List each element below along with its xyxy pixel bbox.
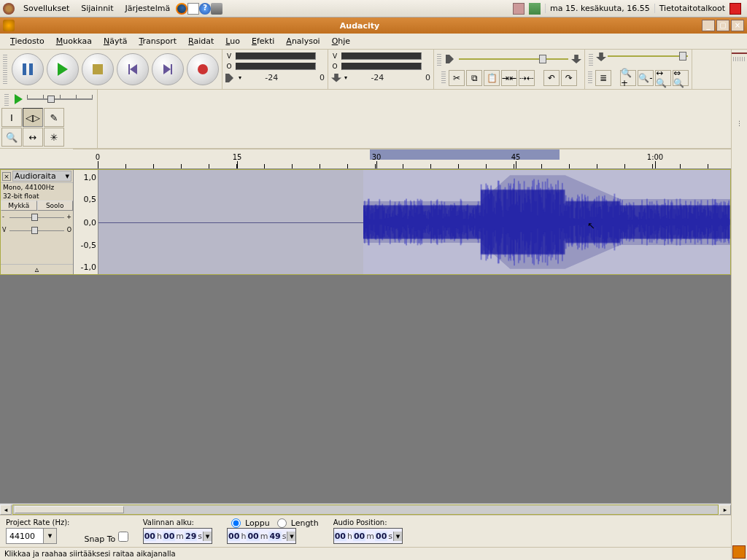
ruler-selection[interactable]	[370, 149, 560, 160]
zoom-in-button[interactable]: 🔍+	[620, 70, 636, 86]
scroll-right-button[interactable]: ▸	[719, 505, 731, 515]
gnome-menu-system[interactable]: Järjestelmä	[119, 2, 176, 15]
minimize-button[interactable]: _	[702, 20, 715, 31]
project-rate-input[interactable]	[6, 528, 44, 544]
network-icon[interactable]	[529, 3, 541, 15]
silence-button[interactable]: ⇢⇠	[519, 70, 535, 86]
menu-effect[interactable]: Efekti	[246, 35, 280, 47]
menu-view[interactable]: Näytä	[98, 35, 133, 47]
grip-icon[interactable]	[589, 52, 593, 66]
ubuntu-logo-icon	[3, 3, 15, 15]
selection-end-field[interactable]: 00h 00m 49s ▾	[227, 528, 296, 544]
undo-button[interactable]: ↶	[543, 70, 560, 86]
trash-icon[interactable]	[732, 545, 746, 559]
audio-position-label: Audio Position:	[333, 518, 403, 526]
selection-start-field[interactable]: 00h 00m 29s ▾	[143, 528, 212, 544]
track-menu-button[interactable]: Audioraita▾	[12, 171, 71, 182]
paste-button[interactable]: 📋	[484, 70, 500, 86]
selection-tool[interactable]: I	[1, 108, 22, 127]
draw-tool[interactable]: ✎	[44, 108, 64, 127]
speaker-icon	[225, 74, 236, 82]
track-control-panel: × Audioraita▾ Mono, 44100Hz 32-bit float…	[1, 170, 74, 274]
cut-button[interactable]: ✂	[449, 70, 465, 86]
menu-generate[interactable]: Luo	[220, 35, 246, 47]
gnome-top-panel: Sovellukset Sijainnit Järjestelmä ? ma 1…	[0, 0, 747, 18]
audio-clip[interactable]	[363, 170, 730, 274]
clock[interactable]: ma 15. kesäkuuta, 16.55	[545, 4, 655, 13]
window-titlebar[interactable]: Audacity _ ▢ ×	[0, 18, 747, 34]
close-button[interactable]: ×	[731, 20, 744, 31]
tools-toolbar: I ◁▷ ✎ 🔍 ↔ ✳	[0, 90, 98, 149]
firefox-icon[interactable]	[176, 3, 187, 15]
play-at-speed-button[interactable]	[15, 94, 23, 104]
fit-selection-button[interactable]: ↔🔍	[655, 70, 671, 86]
end-radio-label: Loppu	[245, 518, 270, 528]
redo-button[interactable]: ↷	[561, 70, 577, 86]
skip-end-button[interactable]	[152, 53, 184, 85]
playback-speed-slider[interactable]	[27, 93, 93, 105]
help-icon[interactable]: ?	[199, 3, 211, 15]
maximize-button[interactable]: ▢	[716, 20, 729, 31]
record-button[interactable]	[187, 53, 219, 85]
vertical-scale[interactable]: 1,0 0,5 0,0 -0,5 -1,0	[74, 170, 98, 274]
horizontal-scrollbar[interactable]: ◂ ▸	[0, 503, 731, 515]
device-zoom-toolbar: ≣ 🔍+ 🔍- ↔🔍 ⇔🔍	[585, 50, 692, 89]
grip-icon[interactable]	[733, 57, 746, 61]
grip-icon[interactable]	[441, 70, 446, 83]
menu-edit[interactable]: Muokkaa	[50, 35, 98, 47]
output-volume-slider[interactable]	[459, 55, 568, 63]
evolution-icon[interactable]	[187, 3, 199, 15]
skip-start-button[interactable]	[117, 53, 149, 85]
play-button[interactable]	[47, 53, 79, 85]
multi-tool[interactable]: ✳	[44, 128, 64, 147]
track-collapse-button[interactable]: ▵	[1, 264, 73, 274]
user-switcher[interactable]: Tietotaitotalkoot	[659, 4, 725, 13]
waveform-area[interactable]: ↖	[98, 170, 730, 274]
length-radio[interactable]	[277, 518, 287, 528]
output-meter-l[interactable]	[236, 52, 316, 60]
sync-lock-button[interactable]: ≣	[595, 70, 611, 86]
input-volume-slider[interactable]	[608, 52, 688, 60]
scroll-left-button[interactable]: ◂	[0, 505, 12, 515]
solo-button[interactable]: Soolo	[37, 201, 74, 211]
fit-project-button[interactable]: ⇔🔍	[673, 70, 689, 86]
zoom-out-button[interactable]: 🔍-	[638, 70, 654, 86]
output-meter-r[interactable]	[236, 63, 316, 70]
screenshot-tray-icon[interactable]	[732, 52, 747, 54]
envelope-tool[interactable]: ◁▷	[23, 108, 43, 127]
grip-icon[interactable]	[4, 93, 9, 106]
menu-tracks[interactable]: Raidat	[182, 35, 220, 47]
mute-button[interactable]: Mykkä	[1, 201, 37, 211]
timeshift-tool[interactable]: ↔	[23, 128, 43, 147]
gnome-menu-places[interactable]: Sijainnit	[75, 2, 119, 15]
meter-out-r-label: O	[225, 63, 233, 70]
pause-button[interactable]	[12, 53, 44, 85]
project-rate-dropdown[interactable]: ▾	[44, 528, 57, 544]
menu-transport[interactable]: Transport	[133, 35, 182, 47]
input-meter-l[interactable]	[341, 52, 422, 60]
zoom-tool[interactable]: 🔍	[1, 128, 22, 147]
audio-position-field[interactable]: 00h 00m 00s ▾	[333, 528, 403, 544]
stop-button[interactable]	[82, 53, 114, 85]
gain-slider[interactable]: - +	[1, 211, 73, 224]
grip-icon[interactable]	[437, 52, 441, 66]
menu-help[interactable]: Ohje	[326, 35, 356, 47]
input-meter-r[interactable]	[341, 63, 422, 70]
scrollbar-thumb[interactable]	[15, 506, 124, 513]
project-rate-combo[interactable]: ▾	[6, 528, 69, 544]
menu-file[interactable]: Tiedosto	[4, 35, 50, 47]
timeline-ruler[interactable]: 01530451:00	[73, 149, 731, 169]
pan-slider[interactable]: V O	[1, 224, 73, 237]
trim-button[interactable]: ⇥⇤	[501, 70, 517, 86]
end-radio[interactable]	[231, 518, 241, 528]
grip-icon[interactable]	[3, 55, 7, 84]
applet-icon[interactable]	[211, 3, 222, 15]
menu-analyze[interactable]: Analysoi	[280, 35, 325, 47]
grip-icon[interactable]	[588, 70, 592, 83]
copy-button[interactable]: ⧉	[466, 70, 482, 86]
track-close-button[interactable]: ×	[2, 172, 11, 181]
gnome-menu-apps[interactable]: Sovellukset	[18, 2, 75, 15]
logout-icon[interactable]	[729, 3, 741, 15]
tray-icon-1[interactable]	[513, 3, 525, 15]
snap-to-checkbox[interactable]	[118, 532, 128, 542]
